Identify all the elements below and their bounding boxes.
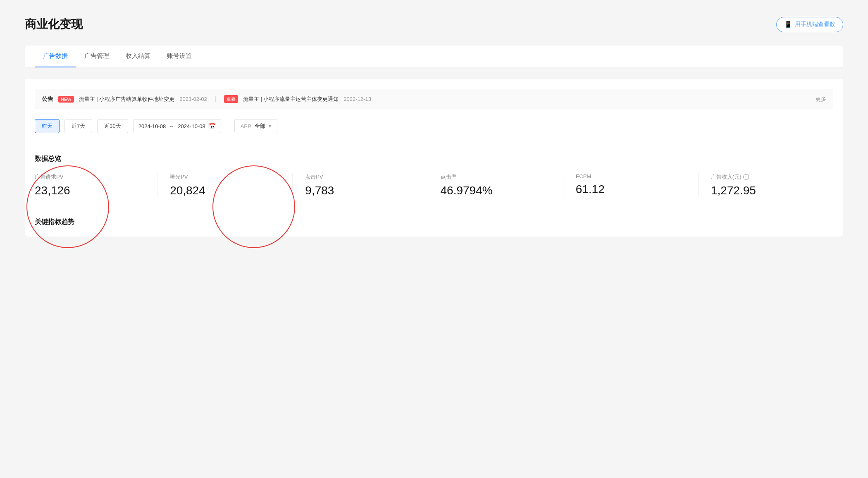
- metric-ad-request-pv: 广告请求PV 23,126: [35, 173, 157, 197]
- metric-value-ad-revenue: 1,272.95: [711, 184, 821, 197]
- data-overview: 数据总览 广告请求PV 23,126 曝光PV 20,824 点击PV 9,78…: [35, 145, 833, 214]
- metric-ecpm: ECPM 61.12: [576, 173, 699, 197]
- info-icon-ad-revenue[interactable]: i: [743, 174, 749, 180]
- metric-value-ecpm: 61.12: [576, 183, 686, 196]
- page: 商业化变现 📱 用手机端查看数 广告数据 广告管理 收入结算 账号设置 公告 N…: [0, 0, 868, 478]
- date-start: 2024-10-08: [138, 123, 166, 129]
- metric-value-exposure-pv: 20,824: [170, 184, 280, 197]
- date-end: 2024-10-08: [178, 123, 205, 129]
- metric-click-rate: 点击率 46.9794%: [441, 173, 563, 197]
- mobile-check-button[interactable]: 📱 用手机端查看数: [776, 17, 843, 32]
- app-filter-dropdown[interactable]: APP 全部 ▾: [234, 119, 277, 133]
- mobile-check-label: 用手机端查看数: [795, 21, 835, 28]
- metric-ad-revenue: 广告收入(元) i 1,272.95: [711, 173, 833, 197]
- tab-account-settings[interactable]: 账号设置: [159, 45, 200, 67]
- calendar-icon: 📅: [209, 123, 216, 129]
- filter-bar: 昨天 近7天 近30天 2024-10-08 ～ 2024-10-08 📅 AP…: [35, 119, 833, 133]
- tab-ad-data[interactable]: 广告数据: [35, 45, 76, 67]
- date-range-picker[interactable]: 2024-10-08 ～ 2024-10-08 📅: [133, 119, 221, 133]
- page-title: 商业化变现: [25, 17, 83, 32]
- page-header: 商业化变现 📱 用手机端查看数: [25, 17, 843, 32]
- tab-ad-manage[interactable]: 广告管理: [76, 45, 117, 67]
- metric-value-click-rate: 46.9794%: [441, 184, 551, 197]
- metric-label-ecpm: ECPM: [576, 173, 686, 179]
- app-filter-label: APP: [241, 123, 251, 129]
- metric-value-ad-request-pv: 23,126: [35, 184, 145, 197]
- time-btn-30days[interactable]: 近30天: [97, 119, 128, 133]
- metric-exposure-pv: 曝光PV 20,824: [170, 173, 293, 197]
- notice-more[interactable]: 更多: [816, 96, 826, 103]
- notice-text-1: 流量主 | 小程序广告结算单收件地址变更: [79, 96, 175, 103]
- metric-label-click-pv: 点击PV: [305, 173, 415, 181]
- app-filter-value: 全部: [255, 122, 265, 130]
- tab-bar: 广告数据 广告管理 收入结算 账号设置: [25, 45, 843, 67]
- metric-label-ad-revenue: 广告收入(元) i: [711, 173, 821, 181]
- phone-icon: 📱: [784, 21, 792, 29]
- notice-date-1: 2023-02-02: [179, 96, 207, 102]
- notice-divider: [215, 96, 216, 102]
- notice-bar: 公告 NEW 流量主 | 小程序广告结算单收件地址变更 2023-02-02 重…: [35, 89, 833, 109]
- metric-click-pv: 点击PV 9,783: [305, 173, 428, 197]
- notice-badge-important: 重要: [224, 95, 238, 103]
- tab-income-settle[interactable]: 收入结算: [117, 45, 159, 67]
- notice-text-2: 流量主 | 小程序流量主运营主体变更通知: [243, 96, 339, 103]
- time-btn-yesterday[interactable]: 昨天: [35, 119, 60, 133]
- date-separator: ～: [169, 122, 174, 130]
- metric-value-click-pv: 9,783: [305, 184, 415, 197]
- metrics-row: 广告请求PV 23,126 曝光PV 20,824 点击PV 9,783 点击率…: [35, 173, 833, 197]
- notice-badge-new: NEW: [58, 96, 74, 103]
- data-overview-title: 数据总览: [35, 155, 833, 163]
- main-card: 公告 NEW 流量主 | 小程序广告结算单收件地址变更 2023-02-02 重…: [25, 79, 843, 237]
- metric-label-ad-request-pv: 广告请求PV: [35, 173, 145, 181]
- notice-label: 公告: [42, 96, 53, 103]
- metric-label-exposure-pv: 曝光PV: [170, 173, 280, 181]
- metric-label-click-rate: 点击率: [441, 173, 551, 181]
- chevron-down-icon: ▾: [269, 123, 271, 129]
- time-btn-7days[interactable]: 近7天: [64, 119, 92, 133]
- notice-date-2: 2022-12-13: [343, 96, 371, 102]
- trend-title: 关键指标趋势: [35, 218, 833, 227]
